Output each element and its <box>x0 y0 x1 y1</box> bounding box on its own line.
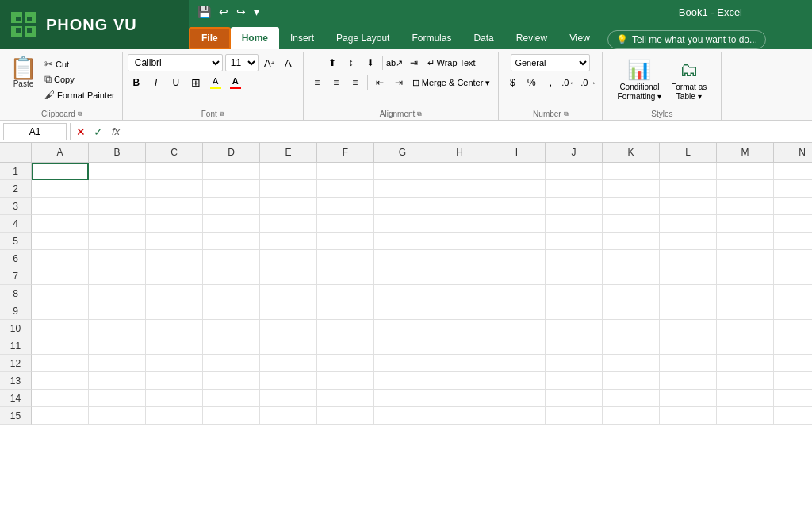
cell-e10[interactable] <box>260 320 317 337</box>
col-header-f[interactable]: F <box>317 143 374 162</box>
cell-d8[interactable] <box>203 285 260 302</box>
align-center-button[interactable]: ≡ <box>327 74 345 91</box>
cell-g2[interactable] <box>374 180 431 198</box>
cell-c2[interactable] <box>146 180 203 198</box>
cell-k2[interactable] <box>603 180 660 198</box>
cell-i13[interactable] <box>488 372 546 390</box>
clipboard-expand-icon[interactable]: ⧉ <box>78 110 82 118</box>
cell-n9[interactable] <box>774 302 812 320</box>
cell-l14[interactable] <box>660 390 717 407</box>
cell-name-box[interactable]: A1 <box>3 123 67 140</box>
cell-g15[interactable] <box>374 407 431 425</box>
cell-f4[interactable] <box>317 215 374 233</box>
cut-button[interactable]: ✂ Cut <box>42 57 117 71</box>
cell-f8[interactable] <box>317 285 374 302</box>
cell-g6[interactable] <box>374 250 431 267</box>
tab-page-layout[interactable]: Page Layout <box>325 27 400 49</box>
comma-button[interactable]: , <box>542 74 559 91</box>
undo-quick-icon[interactable]: ↩ <box>216 4 231 20</box>
cell-d10[interactable] <box>203 320 260 337</box>
cell-g14[interactable] <box>374 390 431 407</box>
formula-confirm-button[interactable]: ✓ <box>91 125 105 138</box>
cell-h14[interactable] <box>431 390 488 407</box>
currency-button[interactable]: $ <box>504 74 521 91</box>
cell-a13[interactable] <box>32 372 89 390</box>
cell-n5[interactable] <box>774 233 812 250</box>
cell-b15[interactable] <box>89 407 146 425</box>
cell-e13[interactable] <box>260 372 317 390</box>
cell-n14[interactable] <box>774 390 812 407</box>
cell-j11[interactable] <box>546 337 603 355</box>
cell-l11[interactable] <box>660 337 717 355</box>
cell-b7[interactable] <box>89 267 146 285</box>
cell-j2[interactable] <box>546 180 603 198</box>
cell-c11[interactable] <box>146 337 203 355</box>
cell-f15[interactable] <box>317 407 374 425</box>
cell-f7[interactable] <box>317 267 374 285</box>
cell-h6[interactable] <box>431 250 488 267</box>
cell-m9[interactable] <box>717 302 774 320</box>
col-header-j[interactable]: J <box>546 143 603 162</box>
cell-k13[interactable] <box>603 372 660 390</box>
cell-i2[interactable] <box>488 180 546 198</box>
font-size-select[interactable]: 11 <box>225 54 259 71</box>
cell-b5[interactable] <box>89 233 146 250</box>
cell-h5[interactable] <box>431 233 488 250</box>
cell-b11[interactable] <box>89 337 146 355</box>
cell-k9[interactable] <box>603 302 660 320</box>
paste-button[interactable]: 📋 Paste <box>6 56 40 90</box>
customize-quick-icon[interactable]: ▾ <box>251 4 262 20</box>
cell-a7[interactable] <box>32 267 89 285</box>
cell-m11[interactable] <box>717 337 774 355</box>
cell-k15[interactable] <box>603 407 660 425</box>
col-header-k[interactable]: K <box>603 143 660 162</box>
cell-e1[interactable] <box>260 163 317 180</box>
col-header-b[interactable]: B <box>89 143 146 162</box>
cell-d7[interactable] <box>203 267 260 285</box>
cell-h8[interactable] <box>431 285 488 302</box>
row-header[interactable]: 14 <box>0 390 32 407</box>
cell-g5[interactable] <box>374 233 431 250</box>
cell-d1[interactable] <box>203 163 260 180</box>
row-header[interactable]: 13 <box>0 372 32 390</box>
cell-b8[interactable] <box>89 285 146 302</box>
save-quick-icon[interactable]: 💾 <box>195 4 213 20</box>
cell-l8[interactable] <box>660 285 717 302</box>
cell-n7[interactable] <box>774 267 812 285</box>
cell-h2[interactable] <box>431 180 488 198</box>
row-header[interactable]: 3 <box>0 198 32 215</box>
cell-j15[interactable] <box>546 407 603 425</box>
cell-m2[interactable] <box>717 180 774 198</box>
cell-n2[interactable] <box>774 180 812 198</box>
cell-j8[interactable] <box>546 285 603 302</box>
cell-f12[interactable] <box>317 355 374 372</box>
cell-c4[interactable] <box>146 215 203 233</box>
cell-i4[interactable] <box>488 215 546 233</box>
cell-g8[interactable] <box>374 285 431 302</box>
col-header-l[interactable]: L <box>660 143 717 162</box>
row-header[interactable]: 12 <box>0 355 32 372</box>
col-header-g[interactable]: G <box>374 143 431 162</box>
cell-a14[interactable] <box>32 390 89 407</box>
cell-i8[interactable] <box>488 285 546 302</box>
cell-l13[interactable] <box>660 372 717 390</box>
row-header[interactable]: 7 <box>0 267 32 285</box>
cell-l15[interactable] <box>660 407 717 425</box>
col-header-m[interactable]: M <box>717 143 774 162</box>
cell-i6[interactable] <box>488 250 546 267</box>
cell-h11[interactable] <box>431 337 488 355</box>
cell-h10[interactable] <box>431 320 488 337</box>
cell-m4[interactable] <box>717 215 774 233</box>
cell-a3[interactable] <box>32 198 89 215</box>
cell-e6[interactable] <box>260 250 317 267</box>
cell-e14[interactable] <box>260 390 317 407</box>
tab-data[interactable]: Data <box>462 27 504 49</box>
cell-a10[interactable] <box>32 320 89 337</box>
cell-k12[interactable] <box>603 355 660 372</box>
align-bottom-button[interactable]: ⬇ <box>362 54 379 71</box>
cell-k1[interactable] <box>603 163 660 180</box>
cell-c10[interactable] <box>146 320 203 337</box>
cell-l1[interactable] <box>660 163 717 180</box>
cell-e5[interactable] <box>260 233 317 250</box>
cell-m6[interactable] <box>717 250 774 267</box>
